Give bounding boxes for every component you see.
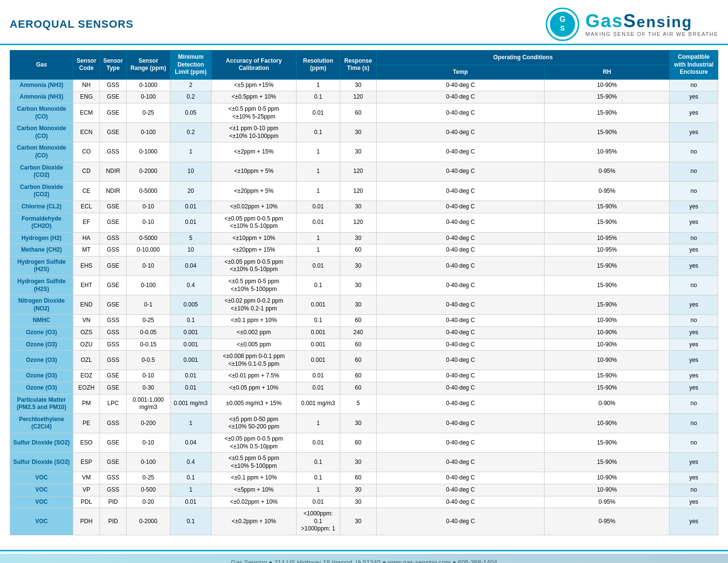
rh-cell: 10-95% [545, 142, 670, 162]
rh-cell: 0-95% [545, 496, 670, 508]
sensor-type-cell: PID [100, 508, 127, 535]
resolution-cell: 1 [297, 413, 340, 433]
sensor-range-cell: 0-1000 [127, 142, 170, 162]
temp-cell: 0-40·deg C [377, 123, 545, 142]
sensor-code-cell: EF [73, 213, 100, 232]
compatible-cell: yes [670, 213, 718, 232]
temp-cell: 0-40·deg C [377, 244, 545, 256]
col-sensor-code: Sensor Code [73, 51, 100, 80]
sensor-type-cell: GSE [100, 91, 127, 103]
response-cell: 30 [340, 484, 377, 496]
table-row: VOC PDH PID 0-2000 0.1 <±0.2ppm + 10% <1… [10, 508, 718, 535]
sensor-range-cell: 0-20 [127, 496, 170, 508]
resolution-cell: 0.01 [297, 496, 340, 508]
accuracy-cell: <±5 ppm +15% [212, 79, 297, 91]
sensor-code-cell: CE [73, 181, 100, 201]
rh-cell: 15-90% [545, 91, 670, 103]
accuracy-cell: <±0.02ppm + 10% [212, 201, 297, 213]
compatible-cell: yes [670, 382, 718, 394]
resolution-cell: 0.01 [297, 213, 340, 232]
compatible-cell: yes [670, 295, 718, 315]
resolution-cell: 0.001 [297, 351, 340, 370]
sensor-code-cell: ESO [73, 433, 100, 452]
accuracy-cell: <±0.005 ppm [212, 339, 297, 351]
sensor-code-cell: ECN [73, 123, 100, 142]
response-cell: 60 [340, 103, 377, 122]
sensor-type-cell: GSS [100, 339, 127, 351]
rh-cell: 15-90% [545, 276, 670, 295]
table-row: Formaldehyde (CH2O) EF GSE 0-10 0.01 <±0… [10, 213, 718, 232]
table-row: VOC VP GSS 0-500 1 <±5ppm + 10% 1 30 0-4… [10, 484, 718, 496]
sensor-range-cell: 0-10 [127, 256, 170, 275]
gas-name-cell: NMHC [10, 315, 73, 327]
sensor-type-cell: GSE [100, 103, 127, 122]
resolution-cell: 1 [297, 244, 340, 256]
sensor-code-cell: ECM [73, 103, 100, 122]
accuracy-cell: <±0.1 ppm + 10% [212, 315, 297, 327]
accuracy-cell: ±0.005 mg/m3 + 15% [212, 394, 297, 413]
col-mdl: Minimum Detection Limit (ppm) [170, 51, 212, 80]
sensor-type-cell: GSS [100, 315, 127, 327]
compatible-cell: yes [670, 103, 718, 122]
accuracy-cell: <±0.5 ppm 0-5 ppm<±10% 5-100ppm [212, 453, 297, 472]
compatible-cell: no [670, 79, 718, 91]
temp-cell: 0-40·deg C [377, 213, 545, 232]
compatible-cell: no [670, 276, 718, 295]
resolution-cell: 0.001 [297, 295, 340, 315]
temp-cell: 0-40·deg C [377, 370, 545, 382]
accuracy-cell: <±20ppm + 5% [212, 181, 297, 201]
header-right: G S GasSensing MAKING SENSE OF THE AIR W… [546, 7, 718, 41]
gas-name-cell: Formaldehyde (CH2O) [10, 213, 73, 232]
resolution-cell: 0.1 [297, 315, 340, 327]
sensor-type-cell: GSS [100, 413, 127, 433]
sensor-range-cell: 0-100 [127, 453, 170, 472]
gas-sensing-logo-icon: G S [546, 7, 579, 41]
accuracy-cell: <±0.05 ppm 0-0.5 ppm<±10% 0.5-10ppm [212, 213, 297, 232]
gas-name-cell: VOC [10, 508, 73, 535]
rh-cell: 10-90% [545, 339, 670, 351]
table-row: Chlorine (CL2) ECL GSE 0-10 0.01 <±0.02p… [10, 201, 718, 213]
table-row: Hydrogen (H2) HA GSS 0-5000 5 <±10ppm + … [10, 232, 718, 244]
resolution-cell: 0.1 [297, 91, 340, 103]
col-accuracy: Accuracy of Factory Calibration [212, 51, 297, 80]
response-cell: 30 [340, 123, 377, 142]
sensor-code-cell: PM [73, 394, 100, 413]
table-row: Ozone (O3) OZU GSS 0-0.15 0.001 <±0.005 … [10, 339, 718, 351]
compatible-cell: yes [670, 496, 718, 508]
rh-cell: 15-90% [545, 103, 670, 122]
resolution-cell: 0.1 [297, 123, 340, 142]
temp-cell: 0-40·deg C [377, 508, 545, 535]
sensor-code-cell: EOZ [73, 370, 100, 382]
table-row: Ozone (O3) EOZ GSE 0-10 0.01 <±0.01 ppm … [10, 370, 718, 382]
response-cell: 120 [340, 162, 377, 181]
gas-name-cell: Carbon Monoxide (CO) [10, 103, 73, 122]
table-row: Carbon Monoxide (CO) ECN GSE 0-100 0.2 <… [10, 123, 718, 142]
response-cell: 60 [340, 433, 377, 452]
col-sensor-range: Sensor Range (ppm) [127, 51, 170, 80]
bottom-wave-decoration [0, 554, 728, 563]
resolution-cell: 0.01 [297, 103, 340, 122]
response-cell: 60 [340, 370, 377, 382]
mdl-cell: 0.01 [170, 370, 212, 382]
gas-name-cell: VOC [10, 484, 73, 496]
mdl-cell: 5 [170, 232, 212, 244]
sensor-range-cell: 0-0.15 [127, 339, 170, 351]
table-row: Ozone (O3) OZL GSS 0-0.5 0.001 <±0.008 p… [10, 351, 718, 370]
temp-cell: 0-40·deg C [377, 256, 545, 275]
sensor-type-cell: NDIR [100, 162, 127, 181]
table-row: Hydrogen Sulfide (H2S) EHS GSE 0-10 0.04… [10, 256, 718, 275]
sensor-type-cell: GSE [100, 213, 127, 232]
col-response: Response Time (s) [340, 51, 377, 80]
resolution-cell: 1 [297, 142, 340, 162]
sensor-type-cell: GSS [100, 244, 127, 256]
resolution-cell: 0.01 [297, 382, 340, 394]
response-cell: 120 [340, 181, 377, 201]
mdl-cell: 0.2 [170, 91, 212, 103]
sensor-range-cell: 0-25 [127, 103, 170, 122]
mdl-cell: 0.04 [170, 433, 212, 452]
rh-cell: 10-95% [545, 232, 670, 244]
resolution-cell: 0.01 [297, 433, 340, 452]
sensor-code-cell: MT [73, 244, 100, 256]
compatible-cell: yes [670, 472, 718, 484]
table-row: Ozone (O3) EOZH GSE 0-30 0.01 <±0.05 ppm… [10, 382, 718, 394]
